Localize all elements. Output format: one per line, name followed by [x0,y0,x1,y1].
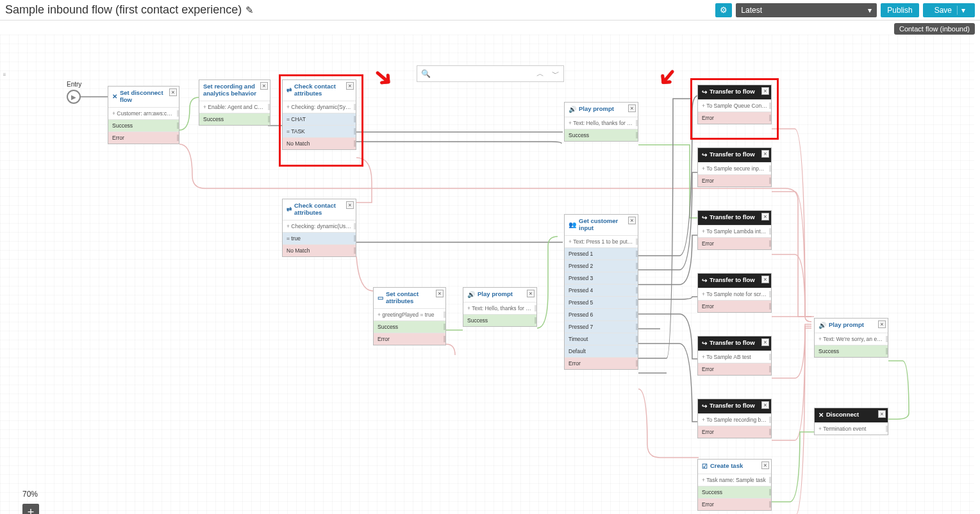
node-set-recording[interactable]: × Set recording and analytics behavior E… [199,79,270,126]
close-icon[interactable]: × [761,461,769,469]
node-detail: Text: We're sorry, an error o... [815,333,888,345]
chevron-down-icon: ▾ [868,6,872,15]
node-output-success[interactable]: Success [815,345,888,357]
node-branch-pressed-5[interactable]: Pressed 5 [565,296,638,308]
publish-button[interactable]: Publish [881,3,918,17]
close-icon[interactable]: × [346,82,354,90]
node-branch-task[interactable]: = TASK [283,125,356,137]
top-toolbar: Sample inbound flow (first contact exper… [0,0,980,21]
close-icon[interactable]: × [436,290,444,297]
close-icon[interactable]: × [761,150,769,158]
node-detail: greetingPlayed = true [374,308,445,320]
settings-gear-button[interactable]: ⚙ [715,3,732,17]
node-branch-timeout[interactable]: Timeout [565,333,638,345]
node-output-error[interactable]: Error [698,237,771,249]
panel-expand-handle[interactable]: ≡ [1,67,8,82]
node-branch-chat[interactable]: = CHAT [283,113,356,125]
zoom-in-button[interactable]: + [22,504,39,514]
node-output-error[interactable]: Error [108,131,179,144]
node-play-prompt-3[interactable]: × 🔊Play prompt Text: We're sorry, an err… [814,318,888,358]
branch-icon: ⇄ [287,206,292,213]
node-branch-pressed-1[interactable]: Pressed 1 [565,247,638,260]
node-play-prompt-2[interactable]: × 🔊Play prompt Text: Hello, thanks for c… [463,287,537,327]
node-transfer-to-flow-1[interactable]: × ↪Transfer to flow To Sample Queue Conf… [697,85,772,124]
node-transfer-to-flow-6[interactable]: × ↪Transfer to flow To Sample recording … [697,399,772,438]
node-detail: To Sample secure input wit... [698,162,771,174]
node-detail: Checking: dynamic(System... [283,101,356,113]
node-check-contact-attributes-1[interactable]: × ⇄Check contact attributes Checking: dy… [282,79,356,150]
version-dropdown[interactable]: Latest ▾ [736,3,877,17]
node-transfer-to-flow-3[interactable]: × ↪Transfer to flow To Sample Lambda int… [697,210,772,250]
close-icon[interactable]: × [761,338,769,346]
node-output-success[interactable]: Success [199,113,270,125]
node-branch-true[interactable]: = true [283,232,356,244]
node-detail: To Sample AB test [698,351,771,363]
node-set-contact-attributes[interactable]: × ▭Set contact attributes greetingPlayed… [373,287,446,345]
close-icon[interactable]: × [761,401,769,409]
flow-canvas[interactable]: ≡ 🔍 ︿ ﹀ Entry ▶ [0,35,974,514]
node-branch-pressed-4[interactable]: Pressed 4 [565,284,638,296]
node-detail: Checking: dynamic(User d... [283,220,356,232]
close-icon[interactable]: × [628,217,636,224]
node-transfer-to-flow-2[interactable]: × ↪Transfer to flow To Sample secure inp… [697,147,772,187]
audio-icon: 🔊 [569,106,576,113]
node-transfer-to-flow-5[interactable]: × ↪Transfer to flow To Sample AB test Er… [697,336,772,376]
node-play-prompt-1[interactable]: × 🔊Play prompt Text: Hello, thanks for c… [564,102,638,142]
close-icon[interactable]: × [761,213,769,220]
node-transfer-to-flow-4[interactable]: × ↪Transfer to flow To Sample note for s… [697,273,772,313]
node-output-error[interactable]: Error [698,426,771,438]
close-icon[interactable]: × [878,320,886,328]
node-output-success[interactable]: Success [698,486,771,498]
node-output-error[interactable]: Error [698,363,771,375]
card-icon: ▭ [378,294,383,302]
node-branch-nomatch[interactable]: No Match [283,137,356,149]
node-branch-nomatch[interactable]: No Match [283,244,356,256]
save-dropdown-toggle[interactable]: ▾ [957,6,968,15]
save-button-split[interactable]: Save ▾ [923,3,975,17]
node-branch-pressed-6[interactable]: Pressed 6 [565,308,638,320]
node-detail: Enable: Agent and Customer [199,101,270,113]
canvas-search-input[interactable] [435,69,531,78]
close-icon[interactable]: × [527,290,535,297]
node-output-success[interactable]: Success [374,320,445,333]
node-output-error[interactable]: Error [698,112,771,124]
node-detail: To Sample recording behav... [698,413,771,426]
node-branch-pressed-2[interactable]: Pressed 2 [565,260,638,272]
close-icon[interactable]: × [169,88,177,96]
edit-title-icon[interactable]: ✎ [245,4,254,16]
search-prev-icon[interactable]: ︿ [535,69,546,79]
node-output-success[interactable]: Success [463,314,536,326]
node-output-error[interactable]: Error [698,300,771,312]
canvas-viewport[interactable]: ≡ 🔍 ︿ ﹀ Entry ▶ [0,35,980,514]
node-output-error[interactable]: Error [698,174,771,187]
entry-node[interactable]: ▶ [67,90,81,104]
node-output-error[interactable]: Error [374,333,445,345]
page-title: Sample inbound flow (first contact exper… [5,3,242,17]
save-button[interactable]: Save [929,6,957,15]
close-icon[interactable]: × [346,201,354,209]
transfer-icon: ↪ [702,214,707,222]
node-branch-pressed-3[interactable]: Pressed 3 [565,272,638,284]
node-branch-default[interactable]: Default [565,345,638,357]
node-branch-error[interactable]: Error [565,357,638,369]
transfer-icon: ↪ [702,277,707,285]
node-output-success[interactable]: Success [108,119,179,131]
node-check-contact-attributes-2[interactable]: × ⇄Check contact attributes Checking: dy… [282,199,356,257]
close-icon[interactable]: × [628,104,636,112]
close-icon[interactable]: × [260,82,268,90]
node-set-disconnect-flow[interactable]: × ✕Set disconnect flow Customer: arn:aws… [108,86,179,144]
close-icon[interactable]: × [878,410,886,418]
search-icon: 🔍 [421,69,431,78]
transfer-icon: ↪ [702,88,707,96]
node-output-error[interactable]: Error [698,498,771,510]
node-get-customer-input[interactable]: × 👥Get customer input Text: Press 1 to b… [564,214,638,370]
search-next-icon[interactable]: ﹀ [550,69,561,79]
node-create-task[interactable]: × ☑Create task Task name: Sample task Su… [697,459,772,511]
node-output-success[interactable]: Success [565,129,638,141]
close-icon[interactable]: × [761,276,769,283]
close-icon[interactable]: × [761,87,769,95]
node-detail: To Sample note for screen... [698,288,771,300]
node-detail: To Sample Queue Configur... [698,99,771,112]
node-branch-pressed-7[interactable]: Pressed 7 [565,320,638,333]
node-disconnect[interactable]: × ✕Disconnect Termination event [814,408,888,435]
